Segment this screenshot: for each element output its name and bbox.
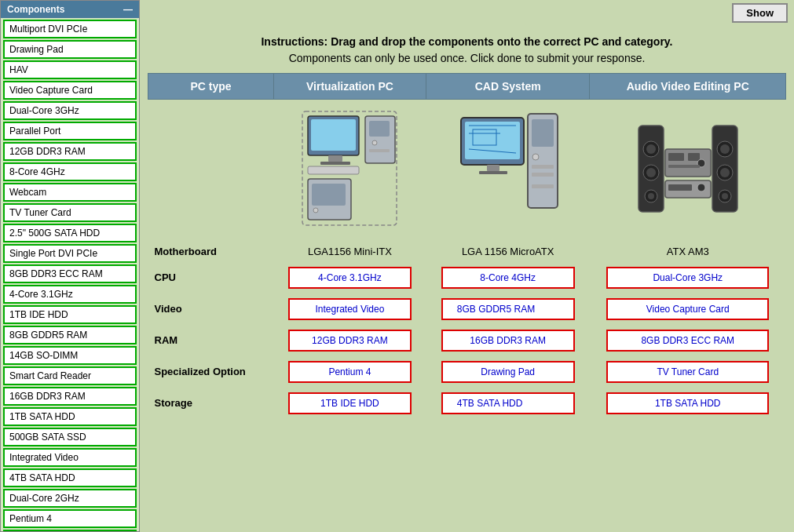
sidebar-item[interactable]: HAV bbox=[3, 60, 137, 79]
virt-ram-slot[interactable]: 12GB DDR3 RAM bbox=[288, 330, 412, 352]
label-video: Video bbox=[148, 293, 274, 325]
sidebar-close[interactable]: — bbox=[123, 4, 133, 15]
svg-rect-24 bbox=[532, 165, 554, 169]
components-sidebar: Components — Multiport DVI PCIeDrawing P… bbox=[0, 0, 140, 532]
sidebar-item[interactable]: 4TB SATA HDD bbox=[3, 468, 137, 487]
sidebar-item[interactable]: Multiport DVI PCIe bbox=[3, 20, 137, 38]
svg-rect-25 bbox=[532, 173, 554, 177]
virt-specialized-cell[interactable]: Pentium 4 bbox=[274, 356, 426, 388]
sidebar-item[interactable]: Dual-Core 2GHz bbox=[3, 489, 137, 508]
svg-rect-7 bbox=[369, 121, 390, 137]
avpc-cpu-cell[interactable]: Dual-Core 3GHz bbox=[590, 262, 786, 293]
cad-video-slot[interactable]: 8GB GDDR5 RAM bbox=[441, 298, 575, 320]
instructions-panel: Instructions: Drag and drop the componen… bbox=[140, 26, 794, 73]
sidebar-item[interactable]: 500GB SATA SSD bbox=[3, 428, 137, 446]
sidebar-item[interactable]: Video Capture Card bbox=[3, 81, 137, 100]
sidebar-item[interactable]: Integrated Video bbox=[3, 448, 137, 467]
ram-row: RAM 12GB DDR3 RAM 16GB DDR3 RAM 8GB DDR3… bbox=[148, 325, 786, 356]
table-container: PC type Virtualization PC CAD System Aud… bbox=[140, 73, 794, 532]
svg-point-8 bbox=[372, 140, 377, 145]
sidebar-item[interactable]: Single Port DVI PCIe bbox=[3, 244, 137, 263]
image-row bbox=[148, 100, 786, 241]
sidebar-item[interactable]: Smart Card Reader bbox=[3, 366, 137, 385]
cad-motherboard-value: LGA 1156 MicroATX bbox=[462, 246, 554, 257]
avpc-video-cell[interactable]: Video Capture Card bbox=[590, 293, 786, 325]
cad-cpu-slot[interactable]: 8-Core 4GHz bbox=[441, 267, 575, 289]
sidebar-items-container: Multiport DVI PCIeDrawing PadHAVVideo Ca… bbox=[1, 18, 139, 532]
svg-rect-5 bbox=[308, 166, 359, 174]
virt-cpu-slot[interactable]: 4-Core 3.1GHz bbox=[288, 267, 412, 289]
label-cell-img bbox=[148, 100, 274, 241]
cad-storage-slot[interactable]: 4TB SATA HDD bbox=[441, 392, 575, 414]
label-ram: RAM bbox=[148, 325, 274, 356]
storage-row: Storage 1TB IDE HDD 4TB SATA HDD 1TB SAT… bbox=[148, 388, 786, 419]
sidebar-item[interactable]: 14GB SO-DIMM bbox=[3, 346, 137, 365]
cad-video-cell[interactable]: 8GB GDDR5 RAM bbox=[426, 293, 590, 325]
sidebar-item[interactable]: 12GB DDR3 RAM bbox=[3, 142, 137, 161]
sidebar-item[interactable]: Pentium 4 bbox=[3, 509, 137, 528]
avpc-storage-cell[interactable]: 1TB SATA HDD bbox=[590, 388, 786, 419]
virt-video-slot[interactable]: Integrated Video bbox=[288, 298, 412, 320]
virt-image-cell bbox=[274, 100, 426, 241]
virt-motherboard-value: LGA1156 Mini-ITX bbox=[308, 246, 392, 257]
cad-ram-cell[interactable]: 16GB DDR3 RAM bbox=[426, 325, 590, 356]
sidebar-item[interactable]: 16GB DDR3 RAM bbox=[3, 387, 137, 406]
sidebar-header: Components — bbox=[1, 1, 139, 18]
cpu-row: CPU 4-Core 3.1GHz 8-Core 4GHz Dual-Core … bbox=[148, 262, 786, 293]
svg-point-23 bbox=[532, 154, 539, 160]
avpc-specialized-slot[interactable]: TV Tuner Card bbox=[606, 361, 769, 383]
svg-point-12 bbox=[313, 208, 318, 213]
col-header-cad: CAD System bbox=[426, 74, 590, 100]
cad-ram-slot[interactable]: 16GB DDR3 RAM bbox=[441, 330, 575, 352]
virt-motherboard: LGA1156 Mini-ITX bbox=[274, 241, 426, 262]
svg-rect-42 bbox=[668, 153, 684, 161]
sidebar-item[interactable]: 8-Core 4GHz bbox=[3, 162, 137, 181]
cad-motherboard: LGA 1156 MicroATX bbox=[426, 241, 590, 262]
sidebar-item[interactable]: 1TB IDE HDD bbox=[3, 305, 137, 324]
cad-specialized-slot[interactable]: Drawing Pad bbox=[441, 361, 575, 383]
sidebar-item[interactable]: 1TB SATA HDD bbox=[3, 407, 137, 426]
svg-point-29 bbox=[646, 144, 656, 154]
sidebar-item[interactable]: Drawing Pad bbox=[3, 40, 137, 59]
sidebar-item[interactable]: Webcam bbox=[3, 183, 137, 202]
motherboard-row: Motherboard LGA1156 Mini-ITX LGA 1156 Mi… bbox=[148, 241, 786, 262]
virt-specialized-slot[interactable]: Pentium 4 bbox=[288, 361, 412, 383]
cad-storage-cell[interactable]: 4TB SATA HDD bbox=[426, 388, 590, 419]
virt-storage-cell[interactable]: 1TB IDE HDD bbox=[274, 388, 426, 419]
avpc-storage-slot[interactable]: 1TB SATA HDD bbox=[606, 392, 769, 414]
sidebar-item[interactable]: 8GB GDDR5 RAM bbox=[3, 326, 137, 344]
svg-rect-2 bbox=[311, 119, 356, 151]
col-header-pctype: PC type bbox=[148, 74, 274, 100]
avpc-ram-slot[interactable]: 8GB DDR3 ECC RAM bbox=[606, 330, 769, 352]
avpc-motherboard-value: ATX AM3 bbox=[667, 246, 709, 257]
sidebar-item[interactable]: TV Tuner Card bbox=[3, 203, 137, 222]
label-specialized: Specialized Option bbox=[148, 356, 274, 388]
avpc-video-slot[interactable]: Video Capture Card bbox=[606, 298, 769, 320]
avpc-motherboard: ATX AM3 bbox=[590, 241, 786, 262]
instructions-line1: Instructions: Drag and drop the componen… bbox=[261, 35, 672, 48]
sidebar-item[interactable]: Parallel Port bbox=[3, 122, 137, 140]
specialized-row: Specialized Option Pentium 4 Drawing Pad… bbox=[148, 356, 786, 388]
label-motherboard: Motherboard bbox=[148, 241, 274, 262]
cad-pc-image bbox=[457, 110, 559, 228]
cad-specialized-cell[interactable]: Drawing Pad bbox=[426, 356, 590, 388]
avpc-specialized-cell[interactable]: TV Tuner Card bbox=[590, 356, 786, 388]
sidebar-item[interactable]: 2.5" 500G SATA HDD bbox=[3, 224, 137, 242]
virt-ram-cell[interactable]: 12GB DDR3 RAM bbox=[274, 325, 426, 356]
sidebar-item[interactable]: 4-Core 3.1GHz bbox=[3, 285, 137, 304]
instructions-line2: Components can only be used once. Click … bbox=[156, 50, 778, 67]
virt-video-cell[interactable]: Integrated Video bbox=[274, 293, 426, 325]
sidebar-item[interactable]: Dual-Core 3GHz bbox=[3, 101, 137, 120]
virt-storage-slot[interactable]: 1TB IDE HDD bbox=[288, 392, 412, 414]
show-button[interactable]: Show bbox=[732, 3, 788, 23]
sidebar-item[interactable]: 8GB DDR3 ECC RAM bbox=[3, 264, 137, 283]
virt-cpu-cell[interactable]: 4-Core 3.1GHz bbox=[274, 262, 426, 293]
svg-point-31 bbox=[646, 168, 656, 177]
topbar: Show bbox=[140, 0, 794, 26]
avpc-cpu-slot[interactable]: Dual-Core 3GHz bbox=[606, 267, 769, 289]
svg-rect-9 bbox=[369, 149, 390, 152]
sidebar-title: Components bbox=[7, 4, 64, 15]
avpc-ram-cell[interactable]: 8GB DDR3 ECC RAM bbox=[590, 325, 786, 356]
cad-cpu-cell[interactable]: 8-Core 4GHz bbox=[426, 262, 590, 293]
label-cpu: CPU bbox=[148, 262, 274, 293]
